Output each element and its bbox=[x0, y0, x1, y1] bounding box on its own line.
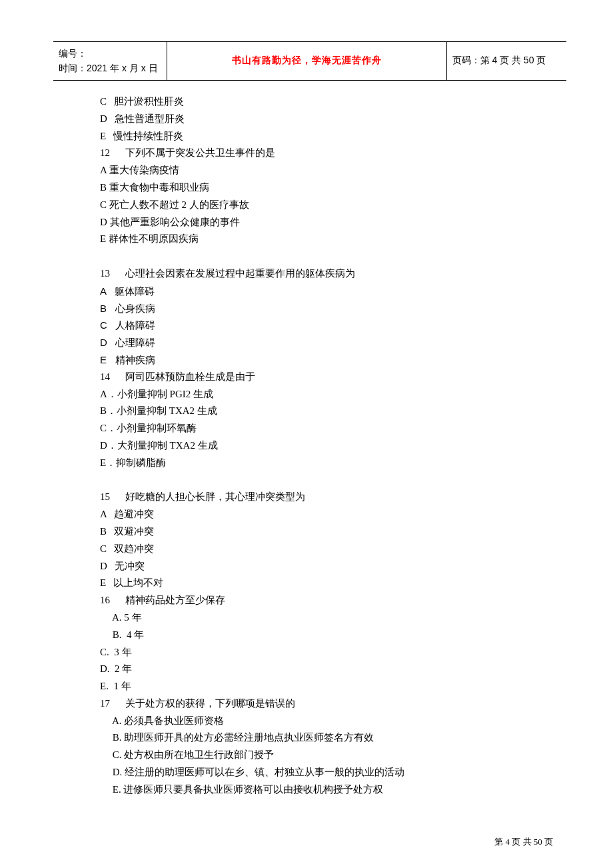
q16-option-d: D. 2 年 bbox=[100, 661, 526, 678]
q14-option-e: E．抑制磷脂酶 bbox=[100, 455, 526, 472]
header-table: 编号： 时间：2021 年 x 月 x 日 书山有路勤为径，学海无涯苦作舟 页码… bbox=[53, 41, 566, 81]
q13-option-e: E 精神疾病 bbox=[100, 351, 526, 369]
q14-option-a: A．小剂量抑制 PGI2 生成 bbox=[100, 386, 526, 403]
q15-option-e: E 以上均不对 bbox=[100, 575, 526, 592]
q13-option-a: A 躯体障碍 bbox=[100, 283, 526, 300]
q12-option-e: E 群体性不明原因疾病 bbox=[100, 231, 526, 248]
footer-page-number: 第 4 页 共 50 页 bbox=[494, 836, 553, 848]
header-motto: 书山有路勤为径，学海无涯苦作舟 bbox=[232, 55, 382, 65]
q14-option-c: C．小剂量抑制环氧酶 bbox=[100, 420, 526, 437]
question-14: 14 阿司匹林预防血栓生成是由于 bbox=[100, 369, 526, 386]
option-d: D 急性普通型肝炎 bbox=[100, 111, 526, 128]
q14-option-b: B．小剂量抑制 TXA2 生成 bbox=[100, 403, 526, 420]
document-body: C 胆汁淤积性肝炎 D 急性普通型肝炎 E 慢性持续性肝炎 12 下列不属于突发… bbox=[100, 93, 526, 799]
q16-option-e: E. 1 年 bbox=[100, 678, 526, 695]
question-12: 12 下列不属于突发公共卫生事件的是 bbox=[100, 145, 526, 162]
q12-option-c: C 死亡人数不超过 2 人的医疗事故 bbox=[100, 197, 526, 214]
q17-option-c: C. 处方权由所在地卫生行政部门授予 bbox=[100, 747, 526, 764]
blank-line bbox=[100, 248, 526, 265]
q12-option-d: D 其他严重影响公众健康的事件 bbox=[100, 214, 526, 231]
q13-option-b: B 心身疾病 bbox=[100, 300, 526, 317]
blank-line bbox=[100, 472, 526, 489]
q14-option-d: D．大剂量抑制 TXA2 生成 bbox=[100, 437, 526, 455]
q16-option-a: A. 5 年 bbox=[100, 609, 526, 627]
q12-option-a: A 重大传染病疫情 bbox=[100, 162, 526, 179]
q17-option-a: A. 必须具备执业医师资格 bbox=[100, 713, 526, 730]
question-16: 16 精神药品处方至少保存 bbox=[100, 592, 526, 609]
q12-option-b: B 重大食物中毒和职业病 bbox=[100, 179, 526, 197]
q16-option-b: B. 4 年 bbox=[100, 627, 526, 644]
q15-option-d: D 无冲突 bbox=[100, 558, 526, 575]
doc-id-label: 编号： bbox=[59, 46, 161, 61]
question-17: 17 关于处方权的获得，下列哪项是错误的 bbox=[100, 695, 526, 713]
q17-option-e: E. 进修医师只要具备执业医师资格可以由接收机构授予处方权 bbox=[100, 781, 526, 799]
question-13: 13 心理社会因素在发展过程中起重要作用的躯体疾病为 bbox=[100, 265, 526, 283]
doc-time-label: 时间：2021 年 x 月 x 日 bbox=[59, 61, 161, 75]
q16-option-c: C. 3 年 bbox=[100, 644, 526, 661]
header-page-label: 页码：第 4 页 共 50 页 bbox=[452, 55, 546, 65]
q13-option-c: C 人格障碍 bbox=[100, 317, 526, 334]
question-15: 15 好吃糖的人担心长胖，其心理冲突类型为 bbox=[100, 489, 526, 506]
q13-option-d: D 心理障碍 bbox=[100, 334, 526, 351]
option-e: E 慢性持续性肝炎 bbox=[100, 128, 526, 145]
q17-option-d: D. 经注册的助理医师可以在乡、镇、村独立从事一般的执业的活动 bbox=[100, 764, 526, 781]
q15-option-a: A 趋避冲突 bbox=[100, 506, 526, 523]
q15-option-c: C 双趋冲突 bbox=[100, 541, 526, 558]
q17-option-b: B. 助理医师开具的处方必需经注册地点执业医师签名方有效 bbox=[100, 729, 526, 747]
q15-option-b: B 双避冲突 bbox=[100, 523, 526, 541]
option-c: C 胆汁淤积性肝炎 bbox=[100, 93, 526, 111]
